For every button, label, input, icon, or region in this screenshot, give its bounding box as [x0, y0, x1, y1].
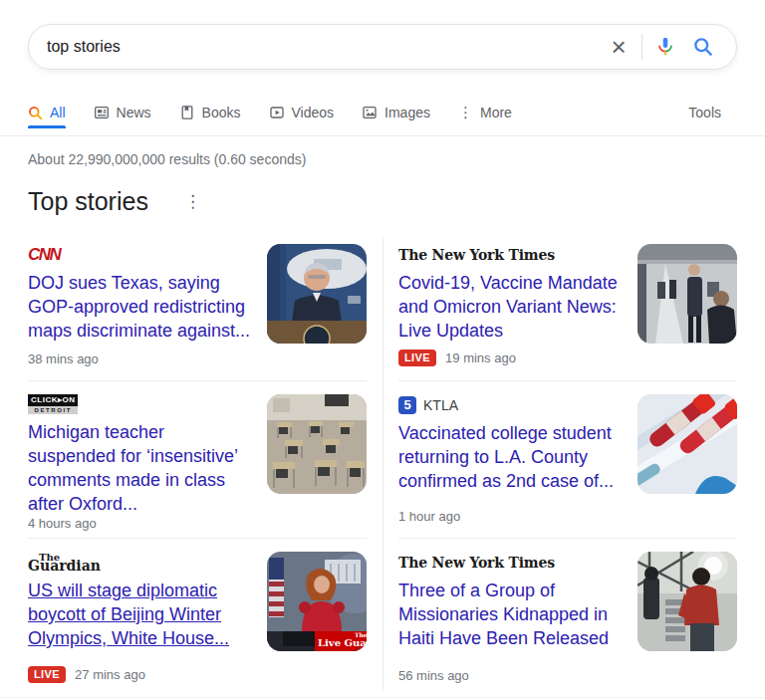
- close-icon: ×: [611, 34, 626, 60]
- story-thumbnail-classroom[interactable]: [267, 394, 367, 494]
- story-thumbnail-psaki[interactable]: Live Guar The: [267, 552, 367, 651]
- all-search-icon: [28, 106, 43, 120]
- tab-images[interactable]: Images: [362, 105, 430, 121]
- svg-text:Live Guar: Live Guar: [318, 637, 367, 648]
- section-menu-icon[interactable]: ⋮: [184, 191, 201, 212]
- svg-text:The: The: [355, 631, 367, 638]
- more-kebab-icon: ⋮: [458, 104, 473, 121]
- tab-books[interactable]: Books: [179, 105, 241, 121]
- top-stories-grid: CNN DOJ sues Texas, saying GOP-approved …: [28, 231, 737, 697]
- books-icon: [179, 105, 195, 120]
- tab-news-label: News: [117, 105, 151, 121]
- tools-button[interactable]: Tools: [688, 105, 721, 120]
- story-headline[interactable]: Covid-19, Vaccine Mandate and Omicron Va…: [398, 271, 622, 343]
- ktla-5-logo: 5: [398, 396, 416, 414]
- search-icon: [693, 37, 713, 57]
- story-card-cnn[interactable]: CNN DOJ sues Texas, saying GOP-approved …: [28, 231, 367, 381]
- header: top stories ×: [0, 0, 765, 136]
- story-time: 4 hours ago: [28, 516, 97, 531]
- tab-videos-label: Videos: [292, 105, 335, 121]
- tab-news[interactable]: News: [94, 105, 151, 121]
- story-card-clickondetroit[interactable]: CLICK▸ON DETROIT Michigan teacher suspen…: [28, 381, 367, 539]
- results-tab-bar: All News Books: [0, 104, 765, 136]
- clear-search-button[interactable]: ×: [600, 28, 638, 66]
- story-headline[interactable]: DOJ sues Texas, saying GOP-approved redi…: [28, 271, 251, 343]
- story-headline[interactable]: US will stage diplomatic boycott of Beij…: [28, 579, 251, 650]
- guardian-logo: The Guardian: [28, 554, 101, 572]
- search-submit-button[interactable]: [684, 28, 722, 66]
- results-stats: About 22,990,000,000 results (0.60 secon…: [28, 151, 765, 167]
- story-time: 38 mins ago: [28, 351, 99, 366]
- story-time: 19 mins ago: [445, 350, 516, 365]
- cnn-logo: CNN: [28, 245, 60, 265]
- clickondetroit-logo-line1: CLICK▸ON: [28, 394, 78, 406]
- story-headline[interactable]: Michigan teacher suspended for ‘insensit…: [28, 420, 251, 516]
- clickondetroit-logo-line2: DETROIT: [28, 406, 78, 414]
- tab-more-label: More: [480, 105, 512, 121]
- story-headline[interactable]: Three of a Group of Missionaries Kidnapp…: [398, 579, 622, 650]
- tab-all[interactable]: All: [28, 105, 66, 121]
- top-stories-header: Top stories ⋮: [28, 187, 765, 216]
- images-icon: [362, 105, 378, 120]
- news-icon: [94, 105, 110, 120]
- column-divider: [382, 237, 383, 691]
- story-card-nyt-haiti[interactable]: The New York Times Three of a Group of M…: [398, 539, 737, 697]
- story-time: 56 mins ago: [398, 668, 469, 683]
- tab-images-label: Images: [384, 105, 430, 121]
- tab-videos[interactable]: Videos: [269, 105, 335, 121]
- section-title: Top stories: [28, 187, 148, 216]
- story-card-nyt-covid[interactable]: The New York Times Covid-19, Vaccine Man…: [398, 231, 737, 381]
- live-badge: LIVE: [398, 350, 436, 366]
- story-time: 1 hour ago: [398, 509, 460, 524]
- nyt-logo: The New York Times: [398, 247, 555, 263]
- story-thumbnail-garland[interactable]: [267, 244, 367, 344]
- nyt-logo: The New York Times: [398, 555, 555, 571]
- story-card-ktla[interactable]: 5 KTLA Vaccinated college student return…: [398, 381, 737, 539]
- story-thumbnail-airport[interactable]: [638, 244, 737, 344]
- ktla-name: KTLA: [423, 397, 458, 413]
- search-input[interactable]: top stories: [47, 38, 600, 56]
- microphone-icon: [654, 36, 676, 58]
- live-badge: LIVE: [28, 666, 66, 683]
- search-bar[interactable]: top stories ×: [28, 24, 737, 70]
- clickondetroit-logo: CLICK▸ON DETROIT: [28, 394, 78, 414]
- tab-books-label: Books: [202, 105, 241, 121]
- story-thumbnail-haiti[interactable]: [638, 552, 737, 651]
- tab-all-label: All: [50, 105, 66, 121]
- story-time: 27 mins ago: [75, 667, 145, 682]
- search-bar-divider: [641, 34, 642, 60]
- voice-search-button[interactable]: [646, 28, 684, 66]
- videos-icon: [269, 105, 285, 120]
- tab-more[interactable]: ⋮ More: [458, 104, 512, 121]
- story-thumbnail-vials[interactable]: [638, 394, 737, 494]
- story-card-guardian[interactable]: The Guardian US will stage diplomatic bo…: [28, 539, 367, 697]
- guardian-logo-line2: Guardian: [28, 561, 101, 572]
- section-bottom-divider: [0, 697, 765, 698]
- story-headline[interactable]: Vaccinated college student returning to …: [398, 421, 622, 493]
